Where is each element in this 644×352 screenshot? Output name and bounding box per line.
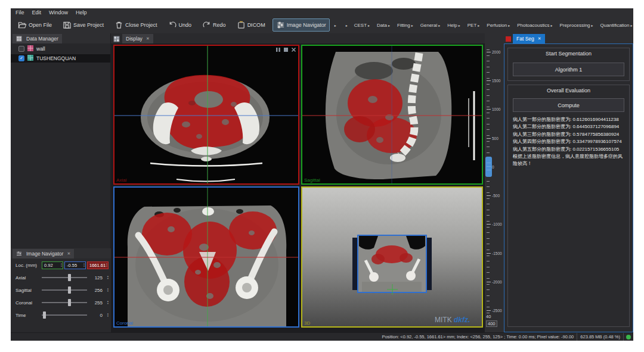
axial-slider[interactable] — [42, 277, 87, 278]
coronal-viewport[interactable]: Coronal — [113, 186, 299, 328]
data-node-tushengquan[interactable]: ✓ TUSHENGQUAN — [11, 54, 110, 63]
menu-help[interactable]: Help — [76, 10, 87, 15]
redo-icon — [202, 21, 211, 29]
loc-y-spinbox[interactable]: -0.55 ▴▾ — [64, 261, 86, 269]
time-slider[interactable] — [42, 314, 87, 316]
spinner-arrows-icon[interactable]: ▴▾ — [107, 313, 109, 318]
view-menu-preprocessing[interactable]: Preprocessing▸ — [559, 23, 595, 28]
tab-image-navigator[interactable]: Image Navigator ✕ — [13, 249, 74, 258]
image-navigator-tab-icon — [16, 251, 22, 257]
open-file-label: Open File — [29, 22, 52, 28]
coronal-slider[interactable] — [42, 302, 87, 303]
toolbar-overflow-icon[interactable]: ▸ — [346, 23, 348, 27]
maximize-view-icon[interactable] — [283, 47, 289, 52]
redo-button[interactable]: Redo — [199, 18, 230, 32]
level-slider-handle[interactable] — [485, 157, 492, 177]
fat-seg-panel: Fat Seg ✕ Start Segmentation Algorithm 1… — [504, 33, 633, 332]
threed-viewport[interactable]: MITK dkfz. 3D — [301, 186, 483, 328]
tab-fat-seg[interactable]: Fat Seg ✕ — [513, 34, 545, 43]
coronal-slider-label: Coronal — [16, 300, 32, 306]
open-file-icon — [18, 21, 27, 29]
wall-visibility-checkbox[interactable] — [18, 46, 24, 52]
crosshair-toggle-icon[interactable] — [275, 47, 281, 52]
view-menu-general[interactable]: General▸ — [420, 23, 442, 28]
tab-data-manager[interactable]: Data Manager — [13, 34, 62, 43]
compute-button[interactable]: Compute — [513, 98, 624, 112]
view-menu-help[interactable]: Help▸ — [447, 23, 462, 28]
wall-node-icon — [27, 45, 34, 53]
axial-viewport[interactable]: Axial — [113, 45, 299, 185]
view-menu-data[interactable]: Data▸ — [376, 23, 392, 28]
start-segmentation-group: Start Segmentation Algorithm 1 — [507, 48, 630, 81]
result-conclusion: 根据上述脂肪密度信息，病人患腹腔脂肪增多症的风险较高！ — [513, 153, 626, 168]
view-menu-icon[interactable] — [291, 47, 296, 52]
algorithm-1-button[interactable]: Algorithm 1 — [513, 63, 624, 76]
sagittal-viewport[interactable]: Sagittal — [301, 45, 483, 185]
memory-usage: 623.85 MB (0.48 %) — [577, 333, 624, 341]
menu-bar: File Edit Window Help — [11, 8, 633, 17]
axial-slider-value: 125 — [95, 275, 103, 281]
close-icon[interactable]: ✕ — [146, 36, 150, 41]
overall-evaluation-group: Overall Evaluation Compute 病人第一部分的脂肪密度为:… — [507, 85, 630, 327]
sagittal-view-label: Sagittal — [304, 177, 320, 183]
level-window-slider[interactable]: 2000 1500 1000 500 0 -500 -1000 -1500 -2… — [485, 45, 504, 328]
tab-display[interactable]: Display ✕ — [122, 34, 153, 43]
close-project-label: Close Project — [125, 22, 157, 28]
time-slider-thumb[interactable] — [43, 311, 46, 319]
open-file-button[interactable]: Open File — [14, 18, 55, 32]
image-navigator-label: Image Navigator — [287, 22, 326, 28]
tushengquan-visibility-checkbox[interactable]: ✓ — [18, 55, 24, 61]
undo-icon — [168, 21, 177, 29]
dicom-button[interactable]: DICOM — [233, 18, 269, 32]
view-menu-perfusion[interactable]: Perfusion▸ — [486, 23, 512, 28]
view-menu-pet[interactable]: PET▸ — [467, 23, 482, 28]
window-value[interactable]: 400 — [486, 320, 497, 327]
sagittal-slider-value: 256 — [95, 288, 103, 293]
level-value: 40 — [486, 314, 491, 319]
coronal-ct-image[interactable] — [114, 188, 298, 326]
result-line: 病人第三部分的脂肪密度为: 0.5784775856380924 — [513, 131, 626, 138]
close-icon[interactable]: ✕ — [538, 36, 541, 41]
spinner-arrows-icon[interactable]: ▴▾ — [83, 263, 85, 267]
status-bar: Position: <0.92, -0.55, 1661.61> mm; Ind… — [11, 332, 633, 341]
image-navigator-button[interactable]: Image Navigator — [273, 18, 330, 32]
close-icon[interactable]: ✕ — [67, 251, 70, 256]
time-slider-value: 0 — [100, 313, 103, 318]
toolbar: Open File Save Project Close Project Und… — [11, 17, 633, 33]
sagittal-slider-label: Sagittal — [16, 288, 32, 293]
view-menu-fitting[interactable]: Fitting▸ — [397, 23, 415, 28]
undo-button[interactable]: Undo — [165, 18, 196, 32]
loc-x-spinbox[interactable]: 0.92 ▴▾ — [42, 261, 63, 269]
spinner-arrows-icon[interactable]: ▴▾ — [107, 288, 109, 293]
sagittal-ct-image[interactable] — [302, 46, 482, 183]
spinner-arrows-icon[interactable]: ▴▾ — [106, 263, 108, 267]
result-line: 病人第四部分的脂肪密度为: 0.33479978936107574 — [513, 138, 626, 145]
mitk-workbench-window: File Edit Window Help Open File Save Pro… — [11, 8, 633, 341]
sagittal-slider[interactable] — [42, 289, 87, 291]
close-project-icon — [114, 21, 123, 29]
threed-render-image[interactable]: MITK dkfz. — [302, 188, 482, 326]
menu-window[interactable]: Window — [49, 10, 68, 15]
spinner-arrows-icon[interactable]: ▴▾ — [107, 275, 109, 281]
axial-view-label: Axial — [116, 177, 126, 183]
menu-edit[interactable]: Edit — [32, 10, 42, 15]
coronal-slider-thumb[interactable] — [68, 299, 71, 306]
image-navigator-icon — [276, 21, 285, 29]
spinner-arrows-icon[interactable]: ▴▾ — [61, 263, 63, 267]
view-menu-cest[interactable]: CEST▸ — [354, 23, 371, 28]
mitk-watermark: MITK — [435, 316, 452, 324]
spinner-arrows-icon[interactable]: ▴▾ — [107, 300, 109, 306]
data-manager-icon — [16, 36, 22, 42]
view-menu-quantification[interactable]: Quantification▸ — [600, 23, 633, 28]
axial-slider-thumb[interactable] — [68, 274, 71, 281]
sagittal-slider-thumb[interactable] — [68, 286, 71, 294]
view-menu-photoacoustics[interactable]: Photoacoustics▸ — [516, 23, 554, 28]
menu-file[interactable]: File — [16, 10, 24, 15]
loc-z-spinbox[interactable]: 1661.61 ▴▾ — [87, 261, 109, 269]
data-node-wall[interactable]: wall — [11, 45, 110, 53]
save-project-button[interactable]: Save Project — [59, 18, 107, 32]
axial-ct-image[interactable] — [114, 46, 298, 183]
image-navigator-panel: Image Navigator ✕ Loc. (mm) 0.92 ▴▾ -0.5… — [11, 248, 111, 332]
close-project-button[interactable]: Close Project — [111, 18, 161, 32]
toolbar-overflow-icon[interactable]: ▸ — [335, 23, 336, 27]
